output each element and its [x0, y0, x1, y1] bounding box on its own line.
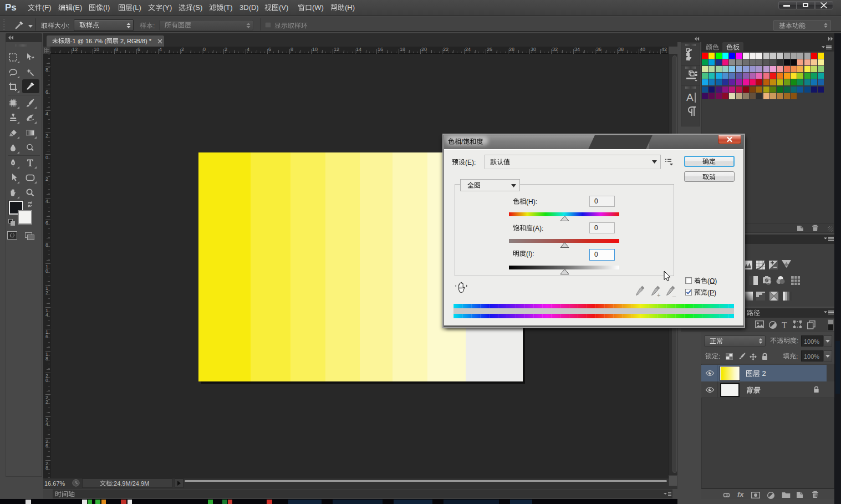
- svg-text::: :: [796, 353, 798, 360]
- svg-text::: :: [797, 337, 798, 345]
- svg-text:(T): (T): [223, 3, 233, 12]
- svg-text:/: /: [461, 138, 463, 146]
- svg-text:-1 @ 16.7% (: -1 @ 16.7% (: [70, 38, 106, 44]
- svg-text::: :: [718, 353, 720, 360]
- svg-text:(F): (F): [42, 3, 52, 12]
- svg-text::: :: [68, 22, 69, 30]
- svg-text:2: 2: [760, 369, 766, 378]
- svg-text:(E): (E): [73, 3, 82, 12]
- svg-text:(V): (V): [279, 3, 288, 12]
- svg-text:A: A: [686, 91, 694, 103]
- svg-text:(H):: (H):: [526, 198, 537, 206]
- svg-text:(H): (H): [345, 3, 355, 12]
- svg-text:(Y): (Y): [162, 3, 172, 12]
- svg-text:(I):: (I):: [526, 250, 534, 258]
- svg-text:(L): (L): [132, 3, 141, 12]
- svg-text:T: T: [782, 320, 787, 330]
- svg-text:(S): (S): [193, 3, 202, 12]
- svg-text:2, RGB/8) *: 2, RGB/8) *: [119, 38, 152, 44]
- svg-text:3D(D): 3D(D): [239, 3, 259, 12]
- svg-text::: :: [153, 22, 155, 30]
- svg-text:(W): (W): [312, 3, 324, 12]
- svg-text:(E):: (E):: [465, 159, 476, 166]
- svg-text:(A):: (A):: [533, 225, 543, 232]
- svg-text::24.9M/24.9M: :24.9M/24.9M: [112, 480, 149, 487]
- svg-text:(I): (I): [103, 3, 110, 12]
